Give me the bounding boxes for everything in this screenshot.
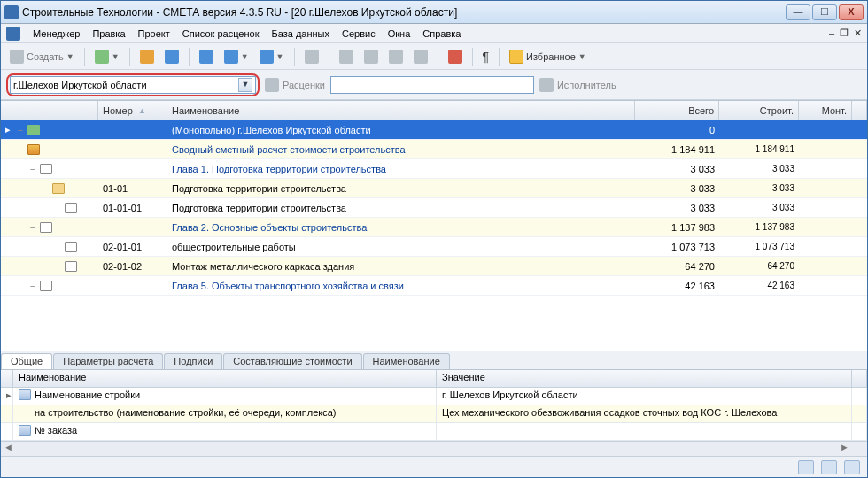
tab-2[interactable]: Подписи [164, 353, 222, 369]
chevron-down-icon[interactable]: ▼ [238, 78, 252, 92]
menu-windows[interactable]: Окна [388, 28, 411, 39]
maximize-button[interactable]: ☐ [812, 4, 837, 20]
menu-edit[interactable]: Правка [92, 28, 125, 39]
grid-body[interactable]: ▸−(Монопольно) г.Шелехов Иркутской облас… [1, 120, 867, 296]
delete-icon [414, 50, 428, 64]
paper-icon [40, 222, 52, 233]
cut-button[interactable] [336, 48, 357, 66]
hscroll-right-button[interactable]: ► [837, 442, 852, 456]
menu-help[interactable]: Справка [422, 28, 461, 39]
copy-button[interactable] [360, 48, 382, 66]
report-button[interactable] [161, 48, 182, 66]
menu-service[interactable]: Сервис [342, 28, 376, 39]
mdi-minimize-button[interactable]: – [829, 27, 834, 39]
detail-col-value[interactable]: Значение [437, 370, 852, 387]
menu-manager[interactable]: Менеджер [33, 28, 80, 39]
pilcrow-button[interactable]: ¶ [479, 48, 493, 66]
project-selector[interactable]: г.Шелехов Иркутской области ▼ [10, 76, 256, 94]
table-row[interactable]: 02-01-02Монтаж металлического каркаса зд… [1, 257, 867, 276]
globe-icon [27, 125, 40, 135]
hscroll-left-button[interactable]: ◄ [1, 442, 16, 456]
detail-row[interactable]: ▸Наименование стройкиг. Шелехов Иркутско… [1, 388, 867, 405]
window-title: Строительные Технологии - СМЕТА версия 4… [22, 6, 786, 19]
delete-button[interactable] [410, 48, 431, 66]
tab-3[interactable]: Составляющие стоимости [223, 353, 361, 369]
chart-icon [140, 50, 154, 64]
clipboard-icon [305, 50, 319, 64]
tab-0[interactable]: Общие [1, 353, 52, 369]
grid-header: Номер ▲ Наименование Всего Строит. Монт. [1, 101, 867, 120]
table-row[interactable]: ▸−(Монопольно) г.Шелехов Иркутской облас… [1, 120, 867, 140]
footer-action-2[interactable] [821, 460, 837, 474]
app-window: Строительные Технологии - СМЕТА версия 4… [0, 0, 868, 478]
favorites-button[interactable]: Избранное ▼ [506, 48, 590, 66]
col-number[interactable]: Номер ▲ [98, 101, 167, 120]
titlebar: Строительные Технологии - СМЕТА версия 4… [1, 1, 867, 24]
minimize-button[interactable]: — [786, 4, 810, 20]
col-assembly[interactable]: Монт. [799, 101, 852, 120]
table-row[interactable]: 02-01-01общестроительные работы1 073 713… [1, 237, 867, 257]
detail-col-name[interactable]: Наименование [13, 370, 437, 387]
tree-icon [95, 50, 109, 64]
chart-button[interactable] [136, 48, 158, 66]
table-row[interactable]: −01-01Подготовка территории строительств… [1, 179, 867, 198]
paste2-button[interactable] [385, 48, 407, 66]
table-row[interactable]: −Глава 2. Основные объекты строительства… [1, 218, 867, 237]
property-icon [19, 425, 31, 436]
table-row[interactable]: −Глава 1. Подготовка территории строител… [1, 159, 867, 179]
col-total[interactable]: Всего [635, 101, 719, 120]
tree-button[interactable]: ▼ [91, 48, 123, 66]
detail-tabs: ОбщиеПараметры расчётаПодписиСоставляющи… [1, 351, 867, 370]
mdi-close-button[interactable]: ✕ [854, 27, 862, 39]
footer-action-3[interactable] [844, 460, 860, 474]
prices-button[interactable]: Расценки [265, 78, 325, 92]
search-input[interactable] [330, 76, 534, 94]
detail-row[interactable]: на строительство (наименование стройки, … [1, 405, 867, 423]
gift-button[interactable] [445, 48, 466, 66]
book-icon [27, 144, 40, 155]
printer-icon [224, 50, 238, 64]
save-button[interactable] [196, 48, 217, 66]
save-icon [199, 50, 213, 64]
menu-prices[interactable]: Список расценок [182, 28, 260, 39]
paste-button[interactable] [301, 48, 322, 66]
prices-icon [265, 78, 279, 92]
app-menu-icon[interactable] [6, 27, 20, 41]
person-icon [539, 78, 554, 92]
secondary-toolbar: г.Шелехов Иркутской области ▼ Расценки И… [1, 70, 867, 100]
col-build[interactable]: Строит. [719, 101, 799, 120]
table-row[interactable]: −Глава 5. Объекты транспортного хозяйств… [1, 276, 867, 296]
document-new-icon [10, 50, 24, 64]
print-button[interactable]: ▼ [221, 48, 252, 66]
paper-icon [40, 281, 52, 291]
close-button[interactable]: X [839, 4, 864, 20]
create-button[interactable]: Создать ▼ [6, 48, 78, 66]
paper-icon [40, 164, 52, 174]
main-toolbar: Создать ▼ ▼ ▼ ▼ ¶ Избранное ▼ [1, 43, 867, 70]
table-row[interactable]: 01-01-01Подготовка территории строительс… [1, 198, 867, 218]
menu-database[interactable]: База данных [271, 28, 329, 39]
main-grid: Номер ▲ Наименование Всего Строит. Монт.… [1, 100, 867, 351]
menu-project[interactable]: Проект [138, 28, 170, 39]
table-row[interactable]: −Сводный сметный расчет стоимости строит… [1, 140, 867, 159]
star-icon [509, 50, 523, 64]
chevron-down-icon: ▼ [66, 52, 74, 61]
status-bar [1, 456, 867, 477]
doc-icon [65, 242, 77, 252]
mdi-restore-button[interactable]: ❐ [840, 27, 849, 39]
report-icon [165, 50, 179, 64]
property-icon [19, 389, 31, 400]
detail-panel: Наименование Значение ▸Наименование стро… [1, 370, 867, 456]
detail-row[interactable]: № заказа [1, 423, 867, 441]
tab-4[interactable]: Наименование [363, 353, 450, 369]
tab-1[interactable]: Параметры расчёта [53, 353, 163, 369]
detail-body[interactable]: ▸Наименование стройкиг. Шелехов Иркутско… [1, 388, 867, 441]
doc-icon [65, 261, 77, 272]
executor-button[interactable]: Исполнитель [539, 78, 616, 92]
project-selector-value: г.Шелехов Иркутской области [13, 80, 238, 90]
scissors-icon [339, 50, 353, 64]
preview-button[interactable]: ▼ [256, 48, 288, 66]
folder-icon [52, 183, 65, 194]
footer-action-1[interactable] [798, 460, 814, 474]
col-name[interactable]: Наименование [167, 101, 635, 120]
